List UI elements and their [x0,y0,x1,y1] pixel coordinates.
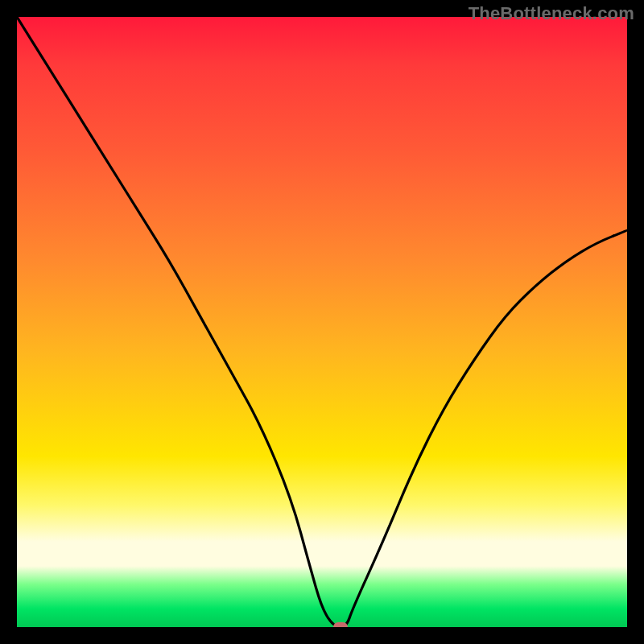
plot-area [17,17,627,627]
optimum-marker [333,622,348,627]
chart-frame: TheBottleneck.com [0,0,644,644]
watermark-label: TheBottleneck.com [469,3,634,24]
bottleneck-curve [17,17,627,627]
curve-path [17,17,627,627]
